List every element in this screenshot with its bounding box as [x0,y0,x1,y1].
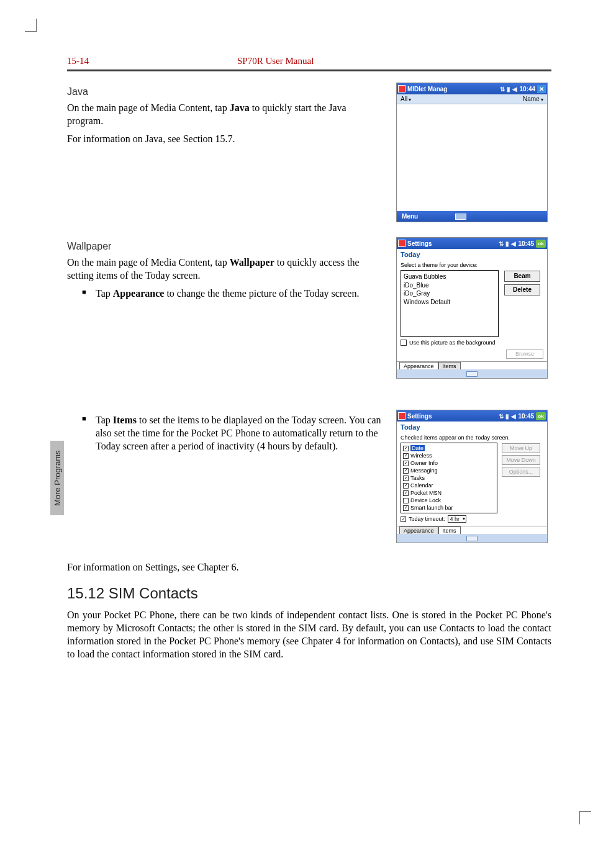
sip-bar [397,369,547,378]
hint-text: Select a theme for your device: [397,260,547,270]
clock: 10:45 [518,413,534,420]
crop-mark [25,31,37,32]
list-item[interactable]: Calendar [403,482,495,489]
theme-item[interactable]: Guava Bubbles [404,273,496,281]
menu-button[interactable]: Menu [402,213,418,220]
side-tab-more-programs: More Programs [50,441,64,515]
titlebar-title: Settings [407,413,432,420]
start-icon [398,412,405,420]
timeout-select[interactable]: 4 hr [448,515,467,523]
text: to set the items to be diaplayed on the … [96,415,381,451]
wallpaper-paragraph-2: For information on Settings, see Chapter… [67,561,551,574]
item-label: Wireless [410,453,432,459]
screenshot-settings-items: Settings ⇅ ▮ ◀ 10:45 ok Today Checked it… [396,410,548,543]
list-item[interactable]: Device Lock [403,497,495,504]
theme-item[interactable]: Windows Default [404,298,496,307]
text: to change the theme picture of the Today… [164,288,359,299]
section-wallpaper-title: Wallpaper [67,241,384,252]
checkbox-icon[interactable] [403,498,409,503]
speaker-icon: ◀ [511,413,516,420]
checkbox-icon[interactable] [403,490,409,496]
move-down-button: Move Down [502,455,540,465]
item-label: Calendar [410,482,433,489]
text: Tap [96,415,113,425]
keyboard-icon[interactable] [466,536,478,541]
theme-list[interactable]: Guava Bubbles iDo_Blue iDo_Gray Windows … [401,270,499,337]
tab-appearance[interactable]: Appearance [399,362,438,369]
today-timeout-row: Today timeout: 4 hr [397,513,547,525]
titlebar-title: Settings [407,240,432,247]
doc-title: SP70R User Manual [237,56,551,66]
checkbox-icon[interactable] [403,468,409,474]
checkbox-icon[interactable] [401,340,407,346]
timeout-label: Today timeout: [409,516,445,522]
item-label: Pocket MSN [410,490,442,496]
header-rule [67,70,551,71]
items-list[interactable]: Move Up Move Down Options... DateWireles… [401,443,497,513]
text: Tap [96,288,113,299]
bottom-bar: Menu [397,211,547,222]
item-label: Tasks [410,475,425,481]
section-java-title: Java [67,86,384,97]
checkbox-icon[interactable] [403,446,409,451]
use-background-checkbox[interactable]: Use this picture as the background [397,337,547,348]
list-item[interactable]: Tasks [403,474,495,482]
header-rule [67,69,551,70]
list-item[interactable]: Pocket MSN [403,489,495,497]
page-number: 15-14 [67,56,237,66]
bullet-items: Tap Items to set the items to be diaplay… [82,413,384,453]
text-bold: Wallpaper [230,257,274,268]
list-item[interactable]: Owner Info [403,459,495,467]
tabs: Appearance Items [397,361,547,369]
tab-items[interactable]: Items [438,362,461,369]
tab-items[interactable]: Items [438,526,461,534]
bullet-appearance: Tap Appearance to change the theme pictu… [82,287,384,300]
list-item[interactable]: Wireless [403,452,495,459]
start-icon [398,85,405,92]
speaker-icon: ◀ [512,86,517,92]
item-label: Smart launch bar [410,505,453,511]
ok-button[interactable]: ok [536,412,546,420]
clock: 10:44 [519,86,535,92]
item-label: Owner Info [410,460,438,466]
theme-item[interactable]: iDo_Gray [404,289,496,298]
ok-button[interactable]: ok [536,240,546,248]
theme-item[interactable]: iDo_Blue [404,281,496,290]
keyboard-icon[interactable] [455,214,466,220]
hint-text: Checked items appear on the Today screen… [397,433,547,443]
keyboard-icon[interactable] [466,371,478,377]
crop-mark [579,812,580,824]
checkbox-icon[interactable] [403,453,409,459]
beam-button[interactable]: Beam [504,271,540,282]
options-button: Options... [502,467,540,477]
checkbox-icon[interactable] [403,476,409,481]
checkbox-icon[interactable] [403,505,409,511]
today-heading: Today [397,422,547,433]
list-item[interactable]: Date [403,444,495,452]
filter-all[interactable]: All [401,96,411,102]
checkbox-icon[interactable] [403,483,409,489]
tabs: Appearance Items [397,526,547,534]
antenna-icon: ▮ [505,240,509,247]
start-icon [398,240,405,247]
list-item[interactable]: Smart launch bar [403,504,495,512]
titlebar: MIDlet Manag ⇅ ▮ ◀ 10:44 ✕ [397,83,547,94]
sim-paragraph: On your Pocket PC Phone, there can be tw… [67,608,551,660]
checkbox-icon[interactable] [403,461,409,466]
list-item[interactable]: Messaging [403,467,495,474]
tab-appearance[interactable]: Appearance [399,526,438,534]
text: On the main page of Media Content, tap [67,257,230,268]
timeout-checkbox[interactable] [401,516,406,522]
delete-button[interactable]: Delete [504,284,540,295]
browse-button: Browse [506,349,543,359]
wallpaper-paragraph-1: On the main page of Media Content, tap W… [67,256,384,282]
titlebar: Settings ⇅ ▮ ◀ 10:45 ok [397,410,547,422]
text-bold: Items [113,415,137,425]
sort-name[interactable]: Name [523,96,543,102]
close-icon[interactable]: ✕ [537,85,546,93]
screenshot-settings-appearance: Settings ⇅ ▮ ◀ 10:45 ok Today Select a t… [396,237,548,379]
page-header: 15-14 SP70R User Manual [67,56,551,66]
screenshot-midlet-manager: MIDlet Manag ⇅ ▮ ◀ 10:44 ✕ All Name Menu [396,83,548,222]
antenna-icon: ▮ [507,86,510,92]
text-bold: Appearance [113,288,165,299]
